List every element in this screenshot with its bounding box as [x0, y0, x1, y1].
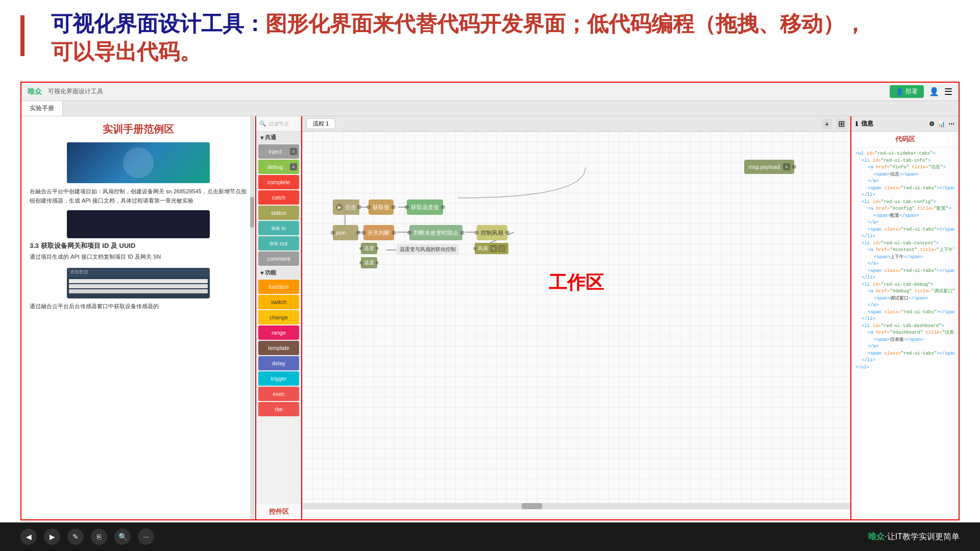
code-line-2: <li id="red-ui-tab-info">	[855, 158, 954, 165]
bottom-icon-search[interactable]: 🔍	[114, 529, 131, 545]
comp-debug[interactable]: debug ≡	[258, 160, 299, 174]
work-area-label: 工作区	[549, 270, 604, 295]
comp-template-label: template	[260, 345, 297, 351]
comp-debug-icon: ≡	[290, 163, 297, 170]
comp-function-label: function	[260, 284, 297, 290]
main-content: 唯众 可视化界面设计工具 👤 部署 👤 ☰ 实验手册 实训手册范例区	[20, 82, 960, 520]
work-area: 流程 1 + ⊞ 工作区	[302, 116, 851, 519]
code-line-1: <ul id="red-ui-sidebar-tabs">	[855, 151, 954, 158]
components-search[interactable]: 🔍 过滤节点	[256, 116, 301, 132]
comp-linkin[interactable]: link in	[258, 221, 299, 235]
manual-text2: 通过项目生成的 API 接口文档复制项目 ID 及网关 SN	[21, 253, 255, 266]
right-panel-header: ℹ 信息 ⚙ 📊 ⋯	[851, 116, 959, 132]
code-line-22: <span>调试窗口</span>	[855, 295, 954, 303]
node-controlfan: 控制风扇	[477, 225, 507, 240]
three-panels: 实训手册范例区 在融合云平台中创建项目如：风扇控制，创建设备网关 sn 2685…	[21, 116, 959, 519]
user-icon: 👤	[929, 87, 939, 96]
code-line-3: <a href="#info" title="信息">	[855, 164, 954, 171]
msg-payload-node: msg.payload ≡	[744, 160, 794, 174]
node-gettemp: 获取温度值	[407, 199, 443, 215]
comp-rbe-label: rbe	[260, 406, 297, 412]
app-titlebar: 唯众 可视化界面设计工具 👤 部署 👤 ☰	[21, 83, 959, 101]
work-area-scrollbar[interactable]	[302, 503, 850, 509]
title-bold: 可视化界面设计工具：	[51, 12, 265, 36]
manual-title: 实训手册范例区	[21, 116, 255, 142]
left-scroll-thumb[interactable]	[250, 197, 254, 228]
comp-catch[interactable]: catch	[258, 190, 299, 205]
flow-tab-add[interactable]: +	[822, 119, 832, 129]
bottom-icon-play[interactable]: ▶	[44, 529, 60, 545]
comp-inject[interactable]: inject ≡	[258, 144, 299, 159]
nav-tab-manual[interactable]: 实验手册	[21, 101, 63, 116]
bottom-logo: 唯众·让IT教学实训更简单	[868, 532, 960, 542]
code-line-31: </li>	[855, 357, 954, 364]
flow-tab-1[interactable]: 流程 1	[306, 118, 335, 129]
comp-status-label: status	[260, 210, 297, 216]
code-line-29: </a>	[855, 343, 954, 350]
left-scrollbar[interactable]	[250, 116, 254, 519]
comp-range[interactable]: range	[258, 325, 299, 340]
header-bar	[20, 15, 24, 56]
flow-tab-1-label: 流程 1	[313, 120, 329, 127]
code-content: <ul id="red-ui-sidebar-tabs"> <li id="re…	[851, 147, 959, 519]
bottom-icon-copy[interactable]: ⎘	[91, 529, 107, 545]
group-common-arrow: ▼	[259, 135, 265, 141]
bottom-icon-back[interactable]: ◀	[20, 529, 37, 545]
left-panel-inner: 实训手册范例区 在融合云平台中创建项目如：风扇控制，创建设备网关 sn 2685…	[21, 116, 255, 519]
node-nochange: 判断未改变时阻止	[409, 225, 462, 240]
flow-tab-grid[interactable]: ⊞	[836, 119, 846, 129]
person-icon: 👤	[896, 88, 903, 95]
components-panel: 🔍 过滤节点 ▼ 共通 inject ≡ debug ≡ comple	[256, 116, 302, 519]
node-gettemp-label: 获取温度值	[411, 204, 439, 211]
app-subtitle-text: 可视化界面设计工具	[48, 87, 103, 96]
comp-rbe[interactable]: rbe	[258, 402, 299, 416]
node-switch-label: 开关判断	[368, 229, 390, 237]
bottom-icon-more[interactable]: ···	[138, 529, 154, 545]
manual-text3: 通过融合云平台后台传感器窗口中获取设备传感器的	[21, 300, 255, 312]
bottom-icon-edit[interactable]: ✎	[67, 529, 84, 545]
code-line-15: <a href="#context" title="上下午">	[855, 247, 954, 254]
comp-exec-label: exec	[260, 391, 297, 397]
comp-change[interactable]: change	[258, 310, 299, 324]
comp-catch-label: catch	[260, 194, 297, 201]
node-temp1: 温度	[361, 243, 377, 254]
components-list: ▼ 共通 inject ≡ debug ≡ complete catch	[256, 132, 301, 504]
comp-comment[interactable]: comment	[258, 252, 299, 266]
comp-switch[interactable]: switch	[258, 295, 299, 309]
code-line-32: </ul>	[855, 364, 954, 371]
flow-connectors	[302, 132, 850, 509]
code-line-14: <li id="red-ui-tab-context">	[855, 240, 954, 247]
comp-range-label: range	[260, 330, 297, 336]
comp-complete[interactable]: complete	[258, 175, 299, 189]
comp-linkout-label: link out	[260, 240, 297, 246]
comp-linkout[interactable]: link out	[258, 236, 299, 251]
comp-template[interactable]: template	[258, 341, 299, 355]
comp-delay[interactable]: delay	[258, 356, 299, 370]
code-line-24: <span class="red-ui-tabs"></span>	[855, 309, 954, 316]
comp-trigger-label: trigger	[260, 375, 297, 382]
menu-icon[interactable]: ☰	[944, 86, 952, 97]
manual-section-title: 3.3 获取设备网关和项目 ID 及 UUID	[21, 239, 255, 253]
nav-tab-manual-label: 实验手册	[30, 104, 54, 113]
code-line-13: </li>	[855, 233, 954, 240]
left-panel: 实训手册范例区 在融合云平台中创建项目如：风扇控制，创建设备网关 sn 2685…	[21, 116, 256, 519]
code-line-23: </a>	[855, 302, 954, 309]
comp-function[interactable]: function	[258, 280, 299, 294]
node-switch: 开关判断	[363, 225, 394, 240]
comp-exec[interactable]: exec	[258, 387, 299, 401]
group-function-arrow: ▼	[259, 270, 265, 276]
code-line-6: <span class="red-ui-tabs"></span>	[855, 185, 954, 192]
work-canvas: 工作区	[302, 132, 850, 509]
comp-status[interactable]: status	[258, 206, 299, 220]
search-placeholder: 过滤节点	[268, 120, 289, 128]
node-temp1-label: 温度	[364, 245, 374, 252]
node-temp2: 温度	[361, 257, 377, 268]
code-line-11: </a>	[855, 219, 954, 227]
node-click: ▶ 点击	[333, 199, 359, 215]
title-highlight: 图形化界面来代替代码开发界面；低代码编程（拖拽、移动），	[265, 12, 866, 36]
comp-trigger[interactable]: trigger	[258, 371, 299, 386]
work-area-scroll-thumb[interactable]	[522, 503, 542, 509]
code-line-27: <a href="#dashboard" title="仪表板">	[855, 330, 954, 337]
bottom-logo-brand: 唯众	[868, 532, 885, 541]
deploy-button[interactable]: 👤 部署	[890, 85, 924, 98]
